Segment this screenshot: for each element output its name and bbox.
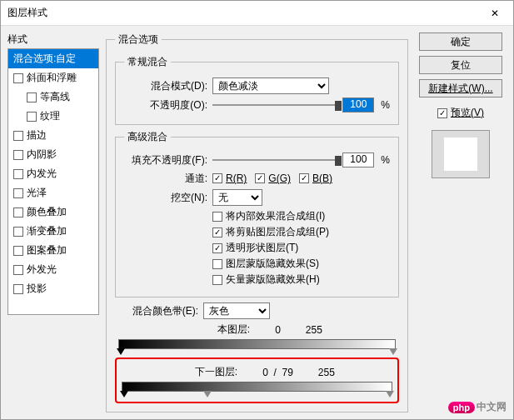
style-item-label: 渐变叠加 bbox=[27, 224, 67, 238]
style-item-checkbox[interactable] bbox=[13, 150, 23, 160]
close-icon: ✕ bbox=[491, 8, 499, 19]
adv-opt-checkbox[interactable] bbox=[212, 275, 222, 285]
this-layer-label: 本图层: bbox=[192, 322, 250, 337]
right-button-panel: 确定 复位 新建样式(W)... 预览(V) bbox=[415, 32, 507, 412]
adv-opt-checkbox[interactable] bbox=[212, 228, 222, 238]
style-item-label: 投影 bbox=[27, 282, 47, 296]
style-item-12[interactable]: 投影 bbox=[8, 279, 98, 298]
style-item-label: 外发光 bbox=[27, 262, 57, 277]
adv-opt-checkbox[interactable] bbox=[212, 259, 222, 269]
window-title: 图层样式 bbox=[7, 6, 47, 20]
style-item-0[interactable]: 混合选项:自定 bbox=[8, 49, 98, 68]
styles-sidebar: 样式 混合选项:自定斜面和浮雕等高线纹理描边内阴影内发光光泽颜色叠加渐变叠加图案… bbox=[7, 32, 99, 412]
adv-opt-2[interactable]: 透明形状图层(T) bbox=[212, 241, 390, 255]
style-item-checkbox[interactable] bbox=[27, 112, 37, 122]
this-layer-gradient[interactable] bbox=[118, 339, 396, 349]
style-item-10[interactable]: 图案叠加 bbox=[8, 241, 98, 260]
new-style-button[interactable]: 新建样式(W)... bbox=[419, 79, 502, 98]
general-blending-legend: 常规混合 bbox=[124, 55, 171, 69]
preview-checkbox[interactable]: 预览(V) bbox=[437, 106, 484, 120]
adv-opt-0[interactable]: 将内部效果混合成组(I) bbox=[212, 209, 390, 223]
blending-options-legend: 混合选项 bbox=[115, 32, 162, 47]
ok-button[interactable]: 确定 bbox=[419, 32, 502, 51]
underlying-layer-highlight: 下一图层: 0 / 79 255 bbox=[115, 358, 399, 403]
preview-swatch bbox=[432, 130, 490, 178]
style-item-checkbox[interactable] bbox=[13, 188, 23, 198]
style-item-label: 混合选项:自定 bbox=[13, 52, 76, 66]
this-layer-black-stop[interactable] bbox=[117, 348, 125, 355]
style-item-2[interactable]: 等高线 bbox=[8, 88, 98, 107]
under-layer-white-stop[interactable] bbox=[386, 391, 394, 398]
channel-r-checkbox[interactable]: R(R) bbox=[212, 172, 247, 184]
style-list[interactable]: 混合选项:自定斜面和浮雕等高线纹理描边内阴影内发光光泽颜色叠加渐变叠加图案叠加外… bbox=[7, 48, 99, 315]
style-item-5[interactable]: 内阴影 bbox=[8, 145, 98, 164]
knockout-label: 挖空(N): bbox=[124, 191, 207, 205]
style-item-label: 图案叠加 bbox=[27, 243, 67, 258]
adv-opt-4[interactable]: 矢量蒙版隐藏效果(H) bbox=[212, 272, 390, 287]
style-item-label: 斜面和浮雕 bbox=[27, 71, 77, 85]
style-item-checkbox[interactable] bbox=[13, 227, 23, 237]
style-item-6[interactable]: 内发光 bbox=[8, 164, 98, 183]
advanced-blending-legend: 高级混合 bbox=[124, 130, 171, 144]
blend-mode-select[interactable]: 颜色减淡 bbox=[212, 78, 329, 94]
style-item-9[interactable]: 渐变叠加 bbox=[8, 222, 98, 241]
adv-opt-1[interactable]: 将剪贴图层混合成组(P) bbox=[212, 225, 390, 239]
style-item-7[interactable]: 光泽 bbox=[8, 183, 98, 202]
general-blending-group: 常规混合 混合模式(D): 颜色减淡 不透明度(O): 100 % bbox=[115, 55, 399, 125]
blending-options-group: 混合选项 常规混合 混合模式(D): 颜色减淡 不透明度(O): bbox=[106, 32, 408, 412]
blend-if-select[interactable]: 灰色 bbox=[203, 302, 270, 319]
style-item-checkbox[interactable] bbox=[13, 73, 23, 83]
style-item-checkbox[interactable] bbox=[13, 169, 23, 179]
adv-opt-3[interactable]: 图层蒙版隐藏效果(S) bbox=[212, 257, 390, 271]
under-layer-lo-mid: 0 / 79 bbox=[262, 367, 293, 378]
knockout-select[interactable]: 无 bbox=[212, 189, 262, 206]
blend-mode-label: 混合模式(D): bbox=[124, 79, 207, 93]
channel-b-checkbox[interactable]: B(B) bbox=[299, 172, 332, 184]
style-item-checkbox[interactable] bbox=[13, 208, 23, 218]
main-panel: 混合选项 常规混合 混合模式(D): 颜色减淡 不透明度(O): bbox=[106, 32, 408, 412]
adv-opt-label: 矢量蒙版隐藏效果(H) bbox=[226, 272, 320, 287]
this-layer-hi: 255 bbox=[306, 324, 322, 336]
under-layer-gradient[interactable] bbox=[122, 382, 392, 392]
style-item-8[interactable]: 颜色叠加 bbox=[8, 202, 98, 222]
close-button[interactable]: ✕ bbox=[476, 1, 513, 26]
under-layer-hi: 255 bbox=[318, 367, 335, 378]
fill-opacity-slider[interactable] bbox=[212, 154, 337, 166]
titlebar: 图层样式 ✕ bbox=[1, 1, 513, 26]
blend-if-label: 混合颜色带(E): bbox=[115, 304, 198, 318]
adv-opt-label: 图层蒙版隐藏效果(S) bbox=[226, 257, 319, 271]
style-item-1[interactable]: 斜面和浮雕 bbox=[8, 68, 98, 88]
style-item-checkbox[interactable] bbox=[13, 284, 23, 294]
adv-opt-checkbox[interactable] bbox=[212, 243, 222, 253]
style-item-checkbox[interactable] bbox=[27, 92, 37, 102]
style-item-3[interactable]: 纹理 bbox=[8, 107, 98, 126]
opacity-unit: % bbox=[381, 99, 390, 111]
fill-opacity-input[interactable]: 100 bbox=[342, 152, 374, 168]
style-item-label: 等高线 bbox=[40, 90, 70, 104]
opacity-slider[interactable] bbox=[212, 99, 337, 111]
this-layer-white-stop[interactable] bbox=[389, 348, 397, 355]
cancel-button[interactable]: 复位 bbox=[419, 56, 502, 74]
under-layer-label: 下一图层: bbox=[179, 365, 237, 379]
adv-opt-label: 透明形状图层(T) bbox=[226, 241, 298, 255]
style-item-checkbox[interactable] bbox=[13, 246, 23, 256]
style-item-11[interactable]: 外发光 bbox=[8, 260, 98, 279]
fill-opacity-label: 填充不透明度(F): bbox=[124, 153, 207, 168]
style-item-checkbox[interactable] bbox=[13, 131, 23, 141]
adv-opt-label: 将剪贴图层混合成组(P) bbox=[226, 225, 329, 239]
style-item-label: 纹理 bbox=[40, 109, 60, 123]
channel-g-checkbox[interactable]: G(G) bbox=[255, 172, 291, 184]
adv-opt-checkbox[interactable] bbox=[212, 212, 222, 222]
style-item-label: 内阴影 bbox=[27, 148, 57, 162]
under-layer-split-stop[interactable] bbox=[203, 391, 212, 398]
style-item-label: 内发光 bbox=[27, 167, 57, 181]
opacity-input[interactable]: 100 bbox=[342, 98, 374, 112]
style-item-4[interactable]: 描边 bbox=[8, 126, 98, 145]
advanced-blending-group: 高级混合 填充不透明度(F): 100 % 通道: R(R) G(G) bbox=[115, 130, 399, 298]
style-item-label: 颜色叠加 bbox=[27, 205, 67, 219]
style-item-checkbox[interactable] bbox=[13, 265, 23, 275]
layer-style-dialog: 图层样式 ✕ 样式 混合选项:自定斜面和浮雕等高线纹理描边内阴影内发光光泽颜色叠… bbox=[0, 0, 514, 420]
under-layer-black-stop[interactable] bbox=[120, 391, 128, 398]
watermark: php 中文网 bbox=[448, 400, 507, 414]
this-layer-lo: 0 bbox=[275, 324, 281, 336]
